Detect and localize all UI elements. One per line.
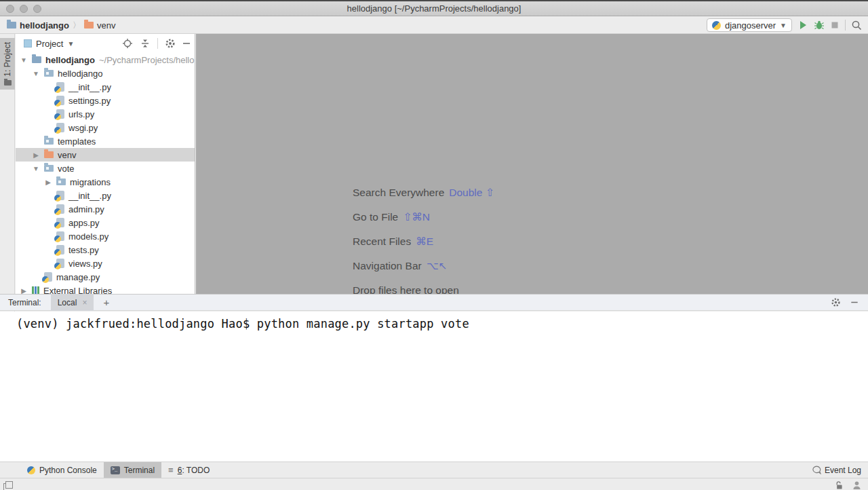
python-logo-icon: [712, 21, 721, 30]
breadcrumb-current[interactable]: venv: [84, 20, 115, 31]
tree-item-urls-py[interactable]: urls.py: [16, 107, 195, 121]
terminal-tab-local[interactable]: Local ×: [51, 294, 94, 311]
python-file-icon: [56, 231, 64, 241]
tree-item-settings-py[interactable]: settings.py: [16, 94, 195, 107]
python-file-icon: [56, 109, 64, 119]
python-console-button[interactable]: Python Console: [20, 462, 104, 478]
project-tool-icon: [4, 80, 12, 86]
python-file-icon: [44, 272, 52, 282]
python-logo-icon: [27, 466, 35, 474]
chevron-down-icon[interactable]: ▼: [67, 40, 74, 48]
todo-button[interactable]: ≡ 6: TODO: [161, 462, 216, 478]
todo-list-icon: ≡: [168, 465, 174, 475]
speech-bubble-icon: [812, 466, 821, 474]
window-title: hellodjango [~/PycharmProjects/hellodjan…: [0, 3, 868, 14]
close-tab-icon[interactable]: ×: [82, 298, 87, 307]
tree-item-external-libraries[interactable]: ▶ External Libraries: [16, 284, 195, 294]
python-file-icon: [56, 245, 64, 255]
tree-item-vote[interactable]: ▼ vote: [16, 162, 195, 175]
tree-item-manage-py[interactable]: manage.py: [16, 270, 195, 284]
tree-item-venv[interactable]: ▶ venv: [16, 148, 195, 162]
new-session-icon[interactable]: +: [103, 297, 109, 308]
hint-recent-files: Recent Files ⌘E: [353, 229, 494, 254]
hide-tool-window-icon[interactable]: [182, 38, 191, 49]
tool-window-bar: Python Console Terminal ≡ 6: TODO Event …: [0, 461, 868, 478]
hide-terminal-icon[interactable]: [850, 297, 859, 307]
folder-icon: [84, 22, 94, 29]
header-separator: [157, 38, 158, 49]
tree-item-templates[interactable]: templates: [16, 134, 195, 148]
tree-item-root-hellodjango[interactable]: ▼ hellodjango ~/PycharmProjects/hello: [16, 53, 195, 67]
terminal-settings-gear-icon[interactable]: [831, 297, 841, 307]
pycharm-window: hellodjango [~/PycharmProjects/hellodjan…: [0, 0, 868, 490]
unlock-icon[interactable]: [834, 480, 843, 490]
python-file-icon: [56, 96, 64, 105]
python-file-icon: [56, 82, 64, 92]
breadcrumb: hellodjango 〉 venv: [7, 20, 707, 31]
tree-item-admin-py[interactable]: admin.py: [16, 202, 195, 216]
project-tool-window: Project ▼: [16, 34, 195, 294]
shortcut-keys: Double ⇧: [449, 187, 494, 199]
tree-item-views-py[interactable]: views.py: [16, 257, 195, 270]
terminal-icon: [111, 466, 120, 474]
tree-item-migrations[interactable]: ▶ migrations: [16, 175, 195, 189]
stop-button[interactable]: [830, 20, 840, 30]
hint-go-to-file: Go to File ⇧⌘N: [353, 205, 494, 229]
project-view-icon: [24, 39, 32, 48]
tree-item-hellodjango-pkg[interactable]: ▼ hellodjango: [16, 67, 195, 80]
shortcut-keys: ⇧⌘N: [403, 211, 430, 223]
chevron-right-icon: 〉: [73, 20, 81, 31]
terminal-output[interactable]: (venv) jackfrued:hellodjango Hao$ python…: [0, 312, 868, 461]
inspections-hector-icon[interactable]: [852, 480, 861, 490]
folder-icon: [7, 22, 16, 29]
folder-icon: [32, 56, 41, 63]
event-log-button[interactable]: Event Log: [812, 466, 861, 475]
tree-item-apps-py[interactable]: apps.py: [16, 216, 195, 229]
folder-icon: [44, 70, 54, 77]
status-bar: [0, 478, 868, 490]
python-file-icon: [56, 218, 64, 227]
toggle-tool-buttons-icon[interactable]: [5, 481, 13, 489]
project-header: Project ▼: [16, 34, 195, 53]
project-path: ~/PycharmProjects/hello: [99, 55, 195, 65]
debug-button[interactable]: [814, 20, 825, 31]
toolbar-separator: [845, 20, 846, 31]
project-view-selector[interactable]: Project: [36, 39, 63, 49]
python-file-icon: [56, 259, 64, 268]
chevron-expanded-icon[interactable]: ▼: [20, 56, 28, 64]
tree-item-vote-init-py[interactable]: __init__.py: [16, 189, 195, 202]
stripe-project-button[interactable]: 1: Project: [0, 38, 15, 90]
folder-icon: [44, 165, 54, 172]
chevron-expanded-icon[interactable]: ▼: [32, 70, 40, 77]
external-libraries-icon: [32, 286, 39, 294]
chevron-expanded-icon[interactable]: ▼: [32, 165, 40, 172]
terminal-header: Terminal: Local × +: [0, 294, 868, 311]
hint-search-everywhere: Search Everywhere Double ⇧: [353, 181, 494, 205]
locate-file-icon[interactable]: [122, 38, 133, 49]
python-file-icon: [56, 191, 64, 200]
settings-gear-icon[interactable]: [165, 38, 176, 49]
breadcrumb-current-label: venv: [97, 20, 115, 31]
tree-item-init-py[interactable]: __init__.py: [16, 80, 195, 94]
run-config-label: djangoserver: [725, 20, 776, 31]
terminal-prompt-line: (venv) jackfrued:hellodjango Hao$ python…: [0, 312, 868, 331]
breadcrumb-root[interactable]: hellodjango: [7, 20, 69, 31]
chevron-collapsed-icon[interactable]: ▶: [44, 178, 52, 186]
tree-item-models-py[interactable]: models.py: [16, 229, 195, 243]
navigation-bar: hellodjango 〉 venv djangoserver ▼: [0, 17, 868, 34]
collapse-all-icon[interactable]: [140, 38, 151, 49]
chevron-collapsed-icon[interactable]: ▶: [20, 287, 28, 295]
chevron-collapsed-icon[interactable]: ▶: [32, 151, 40, 159]
search-everywhere-icon[interactable]: [851, 20, 863, 31]
tree-item-wsgi-py[interactable]: wsgi.py: [16, 121, 195, 134]
python-file-icon: [56, 123, 64, 132]
tree-item-tests-py[interactable]: tests.py: [16, 243, 195, 257]
folder-icon: [44, 138, 54, 145]
shortcut-keys: ⌥↖: [427, 260, 448, 272]
terminal-button[interactable]: Terminal: [104, 462, 161, 478]
folder-icon: [56, 178, 66, 185]
run-button[interactable]: [797, 20, 808, 31]
run-config-select[interactable]: djangoserver ▼: [707, 18, 792, 32]
hint-navigation-bar: Navigation Bar ⌥↖: [353, 254, 494, 278]
breadcrumb-root-label: hellodjango: [20, 20, 69, 31]
